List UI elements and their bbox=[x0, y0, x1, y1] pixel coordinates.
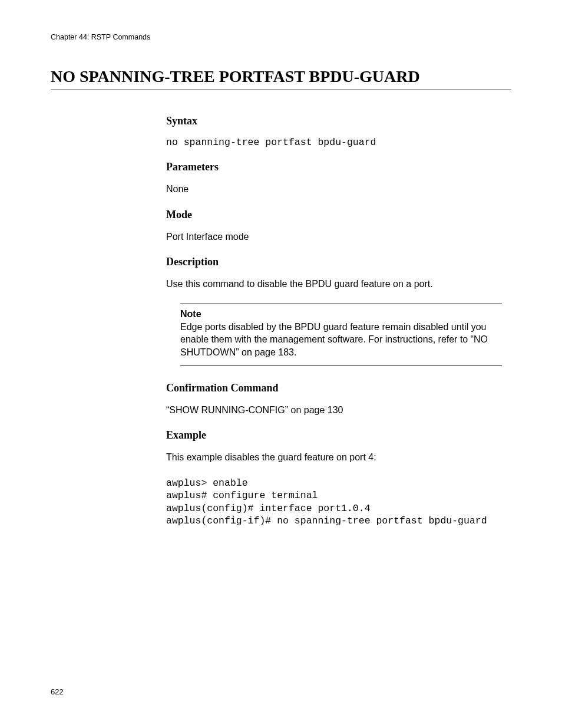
section-heading-syntax: Syntax bbox=[166, 115, 508, 127]
example-code: awplus> enable awplus# configure termina… bbox=[166, 477, 508, 528]
section-heading-confirmation: Confirmation Command bbox=[166, 382, 508, 394]
chapter-header: Chapter 44: RSTP Commands bbox=[51, 33, 511, 41]
section-heading-parameters: Parameters bbox=[166, 161, 508, 173]
parameters-text: None bbox=[166, 183, 508, 196]
page-title: NO SPANNING-TREE PORTFAST BPDU-GUARD bbox=[51, 67, 511, 90]
note-label: Note bbox=[180, 309, 502, 319]
section-heading-description: Description bbox=[166, 256, 508, 268]
section-heading-example: Example bbox=[166, 429, 508, 442]
confirmation-text: “SHOW RUNNING-CONFIG” on page 130 bbox=[166, 404, 508, 417]
section-heading-mode: Mode bbox=[166, 209, 508, 221]
note-text: Edge ports disabled by the BPDU guard fe… bbox=[180, 321, 502, 359]
note-box: Note Edge ports disabled by the BPDU gua… bbox=[180, 304, 502, 365]
example-intro: This example disables the guard feature … bbox=[166, 451, 508, 464]
page-number: 622 bbox=[51, 687, 64, 696]
content-area: Syntax no spanning-tree portfast bpdu-gu… bbox=[166, 115, 508, 528]
syntax-code: no spanning-tree portfast bpdu-guard bbox=[166, 137, 508, 148]
mode-text: Port Interface mode bbox=[166, 230, 508, 243]
description-text: Use this command to disable the BPDU gua… bbox=[166, 278, 508, 291]
